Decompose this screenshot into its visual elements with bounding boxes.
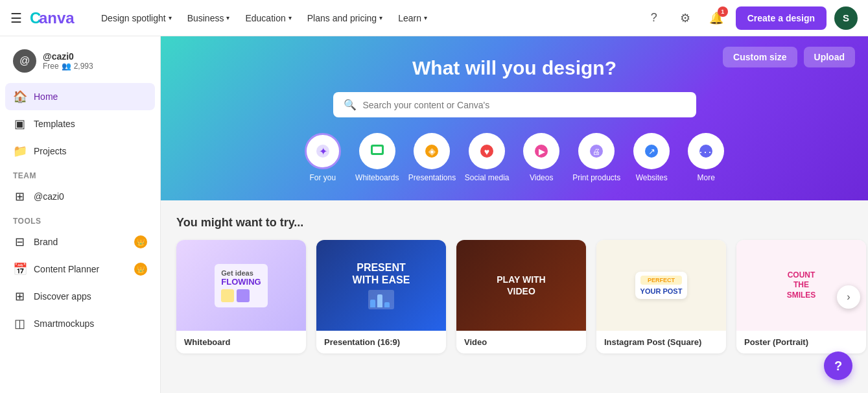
hero-categories: ✦ For you Whiteboards ◈ Presentations xyxy=(187,133,842,182)
main-content: Custom size Upload What will you design?… xyxy=(161,36,868,393)
sidebar: @ @cazi0 Free 👥 2,993 🏠 Home ▣ Templates… xyxy=(0,36,161,393)
templates-icon: ▣ xyxy=(13,117,26,131)
sidebar-item-discover-apps[interactable]: ⊞ Discover apps xyxy=(5,283,155,310)
section-title: You might want to try... xyxy=(176,216,852,230)
chevron-down-icon: ▾ xyxy=(379,14,382,21)
nav-business[interactable]: Business ▾ xyxy=(181,9,237,27)
sidebar-username: @cazi0 xyxy=(43,51,93,62)
category-videos[interactable]: ▶ Videos xyxy=(518,133,565,182)
settings-btn[interactable]: ⚙ xyxy=(674,6,697,30)
gear-icon: ⚙ xyxy=(680,11,690,25)
sidebar-user-info: @cazi0 Free 👥 2,993 xyxy=(43,51,93,71)
card-thumb-presentation: PRESENTWITH EASE xyxy=(316,240,446,331)
category-websites[interactable]: ↗ Websites xyxy=(628,133,675,182)
sidebar-item-brand[interactable]: ⊟ Brand 👑 xyxy=(5,228,155,256)
hero-actions: Custom size Upload xyxy=(723,47,855,67)
websites-circle: ↗ xyxy=(633,133,670,169)
card-presentation[interactable]: PRESENTWITH EASE Presentation (16:9) xyxy=(316,240,446,353)
card-label-whiteboard: Whiteboard xyxy=(176,331,306,353)
category-presentations[interactable]: ◈ Presentations xyxy=(408,133,456,182)
card-label-instagram: Instagram Post (Square) xyxy=(596,331,726,353)
notification-badge: 1 xyxy=(718,6,728,17)
question-icon: ? xyxy=(651,11,657,25)
nav-design-spotlight[interactable]: Design spotlight ▾ xyxy=(95,9,178,27)
brand-badge: 👑 xyxy=(134,235,147,248)
cards-next-arrow[interactable]: › xyxy=(837,285,860,309)
brand-icon: ⊟ xyxy=(13,235,26,249)
topnav-nav: Design spotlight ▾ Business ▾ Education … xyxy=(95,9,642,27)
card-label-poster: Poster (Portrait) xyxy=(736,331,866,353)
chevron-down-icon: ▾ xyxy=(169,14,172,21)
chevron-down-icon: ▾ xyxy=(226,14,229,21)
people-icon: 👥 xyxy=(62,62,71,71)
sidebar-user-profile[interactable]: @ @cazi0 Free 👥 2,993 xyxy=(5,44,155,83)
team-icon: ⊞ xyxy=(13,189,26,204)
sidebar-team-section: Team xyxy=(5,165,155,183)
topnav-right: ? ⚙ 🔔 1 Create a design S xyxy=(642,6,858,30)
svg-text:anva: anva xyxy=(39,9,75,27)
sidebar-item-content-planner[interactable]: 📅 Content Planner 👑 xyxy=(5,256,155,283)
nav-education[interactable]: Education ▾ xyxy=(239,9,298,27)
svg-text:🖨: 🖨 xyxy=(592,147,600,156)
calendar-icon: 📅 xyxy=(13,262,26,276)
card-thumb-whiteboard: Get ideas FLOWING xyxy=(176,240,306,331)
svg-text:▶: ▶ xyxy=(539,147,545,156)
sidebar-item-projects[interactable]: 📁 Projects xyxy=(5,137,155,165)
card-video[interactable]: PLAY WITHVIDEO Video xyxy=(456,240,586,353)
nav-plans-pricing[interactable]: Plans and pricing ▾ xyxy=(301,9,389,27)
custom-size-button[interactable]: Custom size xyxy=(723,47,797,67)
help-bubble[interactable]: ? xyxy=(824,351,852,380)
card-thumb-video: PLAY WITHVIDEO xyxy=(456,240,586,331)
category-whiteboards[interactable]: Whiteboards xyxy=(354,133,401,182)
category-social-media[interactable]: ♥ Social media xyxy=(463,133,510,182)
hero-search-bar: 🔍 xyxy=(333,92,696,117)
sidebar-item-team[interactable]: ⊞ @cazi0 xyxy=(5,183,155,210)
card-whiteboard[interactable]: Get ideas FLOWING Whiteboard xyxy=(176,240,306,353)
search-icon: 🔍 xyxy=(344,99,357,111)
nav-learn[interactable]: Learn ▾ xyxy=(392,9,434,27)
help-icon-btn[interactable]: ? xyxy=(642,6,666,30)
svg-text:◈: ◈ xyxy=(428,146,436,156)
svg-rect-5 xyxy=(373,147,382,153)
topnav: ☰ C anva Design spotlight ▾ Business ▾ E… xyxy=(0,0,868,36)
upload-button[interactable]: Upload xyxy=(804,47,855,67)
sidebar-item-smartmockups[interactable]: ◫ Smartmockups xyxy=(5,310,155,337)
home-icon: 🏠 xyxy=(13,89,26,104)
card-label-presentation: Presentation (16:9) xyxy=(316,331,446,353)
layout: @ @cazi0 Free 👥 2,993 🏠 Home ▣ Templates… xyxy=(0,0,868,393)
content-area: You might want to try... Get ideas FLOWI… xyxy=(161,200,868,369)
social-media-circle: ♥ xyxy=(469,133,505,169)
sidebar-tools-section: Tools xyxy=(5,210,155,228)
canva-logo[interactable]: C anva xyxy=(30,9,82,27)
presentations-circle: ◈ xyxy=(414,133,450,169)
more-circle: ··· xyxy=(688,133,724,169)
category-for-you[interactable]: ✦ For you xyxy=(299,133,346,182)
svg-text:···: ··· xyxy=(699,145,713,158)
sidebar-avatar: @ xyxy=(13,49,36,73)
card-thumb-instagram: PERFECT YOUR POST xyxy=(596,240,726,331)
sidebar-item-templates[interactable]: ▣ Templates xyxy=(5,110,155,137)
card-instagram[interactable]: PERFECT YOUR POST Instagram Post (Square… xyxy=(596,240,726,353)
search-input[interactable] xyxy=(363,100,686,110)
create-design-button[interactable]: Create a design xyxy=(736,6,827,30)
menu-icon[interactable]: ☰ xyxy=(10,10,22,26)
print-products-circle: 🖨 xyxy=(578,133,615,169)
apps-icon: ⊞ xyxy=(13,289,26,304)
sidebar-plan: Free 👥 2,993 xyxy=(43,62,93,71)
hero-section: Custom size Upload What will you design?… xyxy=(161,36,868,200)
notifications-btn[interactable]: 🔔 1 xyxy=(705,6,728,30)
content-planner-badge: 👑 xyxy=(134,263,147,276)
videos-circle: ▶ xyxy=(523,133,559,169)
for-you-circle: ✦ xyxy=(305,133,341,169)
svg-text:↗: ↗ xyxy=(648,147,655,156)
card-label-video: Video xyxy=(456,331,586,353)
category-more[interactable]: ··· More xyxy=(683,133,729,182)
svg-text:✦: ✦ xyxy=(318,146,327,157)
sidebar-item-home[interactable]: 🏠 Home xyxy=(5,83,155,110)
category-print-products[interactable]: 🖨 Print products xyxy=(572,133,620,182)
whiteboards-circle xyxy=(359,133,395,169)
layers-icon: ◫ xyxy=(13,316,26,331)
svg-text:♥: ♥ xyxy=(484,147,489,157)
user-avatar[interactable]: S xyxy=(834,6,858,30)
cards-row: Get ideas FLOWING Whiteboard xyxy=(176,240,852,353)
